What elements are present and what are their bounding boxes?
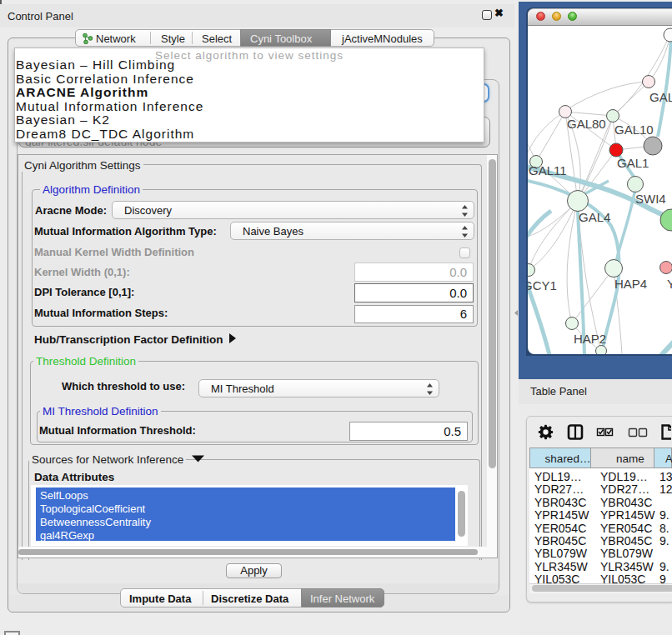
svg-text:YD: YD: [667, 277, 672, 291]
svg-text:GCY1: GCY1: [528, 278, 557, 292]
svg-text:GAL80: GAL80: [567, 117, 606, 131]
svg-text:GAL1: GAL1: [617, 156, 649, 170]
svg-text:GAL7: GAL7: [649, 90, 672, 104]
svg-text:HAP4: HAP4: [614, 277, 647, 291]
svg-text:HAP2: HAP2: [574, 332, 606, 346]
svg-text:GAL11: GAL11: [529, 163, 567, 178]
svg-text:SWI4: SWI4: [635, 192, 666, 206]
svg-text:GAL4: GAL4: [579, 210, 610, 224]
svg-text:GAL10: GAL10: [614, 122, 654, 137]
